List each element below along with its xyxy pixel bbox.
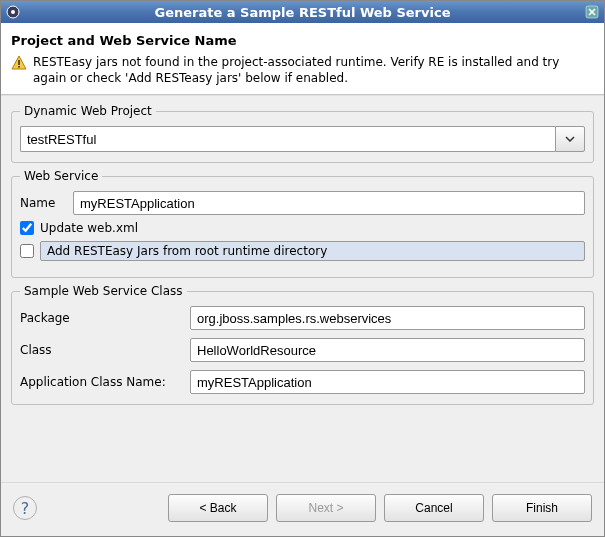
package-label: Package (20, 311, 180, 325)
class-label: Class (20, 343, 180, 357)
app-menu-icon[interactable] (5, 4, 21, 20)
appclass-label: Application Class Name: (20, 375, 180, 389)
svg-rect-4 (18, 66, 20, 68)
close-icon[interactable] (584, 4, 600, 20)
warning-text: RESTEasy jars not found in the project-a… (33, 54, 594, 86)
svg-point-1 (11, 10, 15, 14)
project-combo-input[interactable] (20, 126, 555, 152)
project-legend: Dynamic Web Project (20, 104, 156, 118)
update-webxml-checkbox[interactable] (20, 221, 34, 235)
warning-message: RESTEasy jars not found in the project-a… (11, 54, 594, 86)
warning-icon (11, 55, 27, 75)
svg-rect-3 (18, 60, 20, 65)
chevron-down-icon (565, 136, 575, 142)
project-combo-dropdown[interactable] (555, 126, 585, 152)
help-button[interactable]: ? (13, 496, 37, 520)
ws-name-label: Name (20, 196, 65, 210)
add-jars-checkbox[interactable] (20, 244, 34, 258)
window-title: Generate a Sample RESTful Web Service (21, 5, 584, 20)
project-group: Dynamic Web Project (11, 104, 594, 163)
sample-legend: Sample Web Service Class (20, 284, 187, 298)
back-button[interactable]: < Back (168, 494, 268, 522)
finish-button[interactable]: Finish (492, 494, 592, 522)
appclass-input[interactable] (190, 370, 585, 394)
sample-group: Sample Web Service Class Package Class A… (11, 284, 594, 405)
webservice-legend: Web Service (20, 169, 102, 183)
wizard-header: Project and Web Service Name RESTEasy ja… (1, 23, 604, 94)
webservice-group: Web Service Name Update web.xml Add REST… (11, 169, 594, 278)
title-bar: Generate a Sample RESTful Web Service (1, 1, 604, 23)
add-jars-label: Add RESTEasy Jars from root runtime dire… (40, 241, 585, 261)
next-button[interactable]: Next > (276, 494, 376, 522)
package-input[interactable] (190, 306, 585, 330)
page-title: Project and Web Service Name (11, 33, 594, 48)
ws-name-input[interactable] (73, 191, 585, 215)
button-bar: ? < Back Next > Cancel Finish (1, 484, 604, 536)
cancel-button[interactable]: Cancel (384, 494, 484, 522)
update-webxml-label: Update web.xml (40, 221, 138, 235)
class-input[interactable] (190, 338, 585, 362)
wizard-content: Dynamic Web Project Web Service Name Upd… (1, 96, 604, 482)
